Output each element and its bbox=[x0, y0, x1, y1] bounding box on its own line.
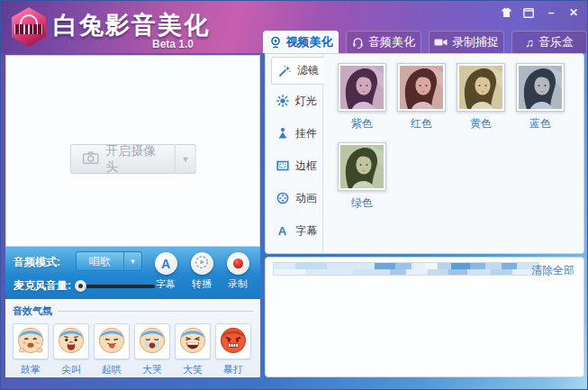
clear-all-link[interactable]: 清除全部 bbox=[531, 263, 574, 278]
main-tabs: 视频美化 音频美化 录制捕捉 ♫ 音乐盒 bbox=[263, 31, 587, 53]
filter-tint-overlay bbox=[400, 66, 443, 109]
clap-face-icon bbox=[15, 324, 46, 358]
tab-label: 音乐盒 bbox=[538, 34, 574, 50]
relay-button-label: 转播 bbox=[192, 277, 212, 291]
sfx-label: 起哄 bbox=[102, 363, 122, 376]
sfx-label: 暴打 bbox=[223, 363, 243, 376]
menu-item-frame[interactable]: 边框 bbox=[266, 150, 322, 182]
jeer-face-icon bbox=[96, 324, 127, 358]
sfx-clap-button[interactable] bbox=[13, 323, 49, 359]
filter-grid: 紫色 红色 黄色 蓝色 bbox=[338, 63, 583, 211]
subtitle-a-icon: A bbox=[161, 257, 170, 271]
filter-tint-overlay bbox=[340, 145, 384, 188]
camera-dropdown-button[interactable]: ▼ bbox=[176, 144, 196, 174]
cry-face-icon bbox=[137, 324, 167, 358]
subtitle-button-label: 字幕 bbox=[156, 277, 176, 291]
start-camera-label: 开启摄像头 bbox=[105, 143, 163, 176]
mic-volume-label: 麦克风音量: bbox=[14, 278, 71, 294]
tab-label: 录制捕捉 bbox=[452, 34, 499, 50]
filter-item-blue[interactable]: 蓝色 bbox=[516, 63, 565, 132]
record-button-label: 录制 bbox=[228, 277, 248, 291]
sfx-cry-button[interactable] bbox=[134, 323, 170, 359]
slider-knob[interactable] bbox=[75, 280, 86, 292]
version-label: Beta 1.0 bbox=[152, 38, 194, 50]
audio-mode-value: 唱歌 bbox=[77, 252, 123, 270]
chevron-down-icon: ▼ bbox=[123, 252, 141, 270]
sfx-laugh-button[interactable] bbox=[175, 323, 211, 359]
pendant-icon bbox=[276, 127, 289, 140]
sfx-label: 鼓掌 bbox=[21, 363, 41, 376]
sfx-scream-button[interactable] bbox=[53, 323, 89, 359]
sound-effects-panel: 音效气氛 鼓掌 尖叫 bbox=[5, 299, 260, 377]
filter-label: 黄色 bbox=[457, 116, 505, 132]
filter-tint-overlay bbox=[459, 66, 502, 109]
filter-item-purple[interactable]: 紫色 bbox=[338, 63, 386, 132]
tab-record-capture[interactable]: 录制捕捉 bbox=[429, 31, 504, 53]
divider bbox=[58, 311, 253, 312]
effect-menu: 滤镜 灯光 挂件 边框 bbox=[266, 54, 323, 253]
sfx-label: 大哭 bbox=[142, 363, 162, 376]
sfx-beat-button[interactable] bbox=[215, 323, 251, 359]
menu-item-label: 滤镜 bbox=[297, 63, 319, 78]
mic-volume-slider[interactable] bbox=[77, 285, 155, 288]
sfx-label: 大笑 bbox=[183, 363, 203, 376]
clip-panel: 清除全部 bbox=[265, 257, 584, 377]
portrait-thumbnail bbox=[400, 66, 443, 109]
filter-tint-overlay bbox=[519, 66, 562, 109]
filter-label: 紫色 bbox=[338, 116, 386, 132]
video-beautify-panel: 滤镜 灯光 挂件 边框 bbox=[265, 53, 584, 254]
chevron-down-icon: ▼ bbox=[182, 155, 190, 164]
scream-face-icon bbox=[56, 324, 86, 358]
menu-item-filters[interactable]: 滤镜 bbox=[271, 57, 324, 85]
portrait-thumbnail bbox=[459, 66, 502, 109]
filter-label: 绿色 bbox=[338, 195, 386, 211]
start-camera-button[interactable]: 开启摄像头 bbox=[69, 144, 176, 174]
tab-audio-beautify[interactable]: 音频美化 bbox=[346, 31, 421, 53]
app-title: 白兔影音美化 bbox=[53, 9, 210, 41]
app-window: 白兔影音美化 Beta 1.0 – ✕ 视频美化 音频美化 bbox=[0, 0, 588, 390]
record-dot-icon bbox=[233, 258, 243, 268]
sfx-label: 尖叫 bbox=[61, 363, 81, 376]
webcam-icon bbox=[269, 36, 282, 49]
angry-face-icon bbox=[218, 324, 249, 358]
audio-mode-label: 音频模式: bbox=[14, 255, 60, 270]
close-icon[interactable]: ✕ bbox=[567, 6, 580, 19]
frame-icon bbox=[276, 159, 289, 172]
filter-label: 红色 bbox=[397, 116, 446, 132]
filter-item-green[interactable]: 绿色 bbox=[338, 142, 386, 211]
restore-icon[interactable] bbox=[522, 6, 535, 19]
record-button[interactable] bbox=[227, 252, 249, 275]
window-controls: – ✕ bbox=[500, 6, 580, 19]
audio-control-bar: 音频模式: 唱歌 ▼ 麦克风音量: A 字幕 转播 bbox=[5, 247, 260, 299]
minimize-icon[interactable]: – bbox=[545, 6, 557, 19]
tab-label: 视频美化 bbox=[286, 34, 333, 50]
skin-icon[interactable] bbox=[500, 6, 512, 19]
menu-item-label: 灯光 bbox=[295, 94, 317, 109]
menu-item-lighting[interactable]: 灯光 bbox=[266, 85, 322, 117]
menu-item-animation[interactable]: 动画 bbox=[266, 182, 322, 214]
tab-video-beautify[interactable]: 视频美化 bbox=[263, 31, 339, 53]
tab-music-box[interactable]: ♫ 音乐盒 bbox=[511, 31, 587, 53]
menu-item-label: 边框 bbox=[295, 159, 317, 174]
clip-timeline[interactable] bbox=[273, 262, 539, 276]
headset-icon bbox=[352, 37, 364, 49]
camera-preview: 开启摄像头 ▼ bbox=[5, 55, 260, 247]
portrait-thumbnail bbox=[340, 145, 384, 188]
sound-effects-row: 鼓掌 尖叫 起哄 bbox=[13, 323, 253, 376]
menu-item-pendant[interactable]: 挂件 bbox=[266, 117, 322, 150]
sfx-jeer-button[interactable] bbox=[94, 323, 130, 359]
menu-item-subtitles[interactable]: A 字幕 bbox=[266, 214, 322, 247]
wand-icon bbox=[277, 65, 291, 77]
subtitle-a-icon: A bbox=[276, 224, 289, 238]
sound-effects-title: 音效气氛 bbox=[13, 304, 52, 318]
filter-item-red[interactable]: 红色 bbox=[397, 63, 446, 132]
subtitle-button[interactable]: A bbox=[155, 252, 177, 275]
relay-button[interactable] bbox=[191, 252, 213, 275]
menu-item-label: 挂件 bbox=[295, 126, 317, 141]
laugh-face-icon bbox=[177, 324, 208, 358]
filter-label: 蓝色 bbox=[516, 116, 565, 132]
audio-mode-select[interactable]: 唱歌 ▼ bbox=[76, 251, 142, 271]
tab-label: 音频美化 bbox=[368, 34, 415, 50]
filter-item-yellow[interactable]: 黄色 bbox=[457, 63, 505, 132]
music-note-icon: ♫ bbox=[525, 36, 534, 50]
